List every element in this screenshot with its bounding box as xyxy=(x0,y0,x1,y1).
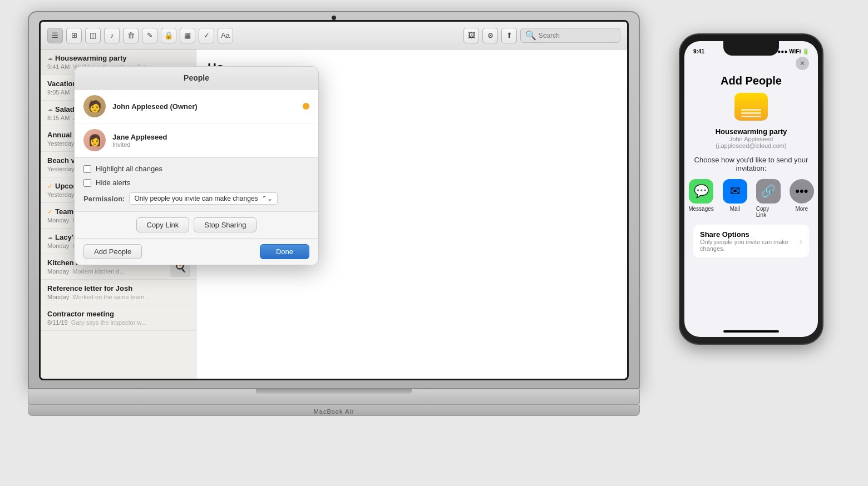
screen-bezel: ☰ ⊞ ◫ ♪ 🗑 ✎ 🔒 ▦ ✓ Aa 🖼 ⊗ ⬆ xyxy=(39,20,629,380)
toolbar-grid-btn[interactable]: ⊞ xyxy=(66,28,82,43)
messages-icon: 💬 xyxy=(689,179,713,204)
toolbar-sidebar-btn[interactable]: ◫ xyxy=(85,28,101,43)
note-meta: 8/11/19 Gary says the inspector w... xyxy=(47,319,189,326)
list-item[interactable]: Reference letter for Josh Monday Worked … xyxy=(41,280,196,305)
notes-line xyxy=(741,112,761,114)
cloud-icon: ☁ xyxy=(47,55,53,61)
done-button[interactable]: Done xyxy=(260,244,309,259)
note-meta: Monday Modern kitchen d... xyxy=(47,268,189,275)
person-info: John Appleseed (Owner) xyxy=(112,102,296,111)
hide-alerts-row[interactable]: Hide alerts xyxy=(83,178,309,187)
share-item-copy[interactable]: 🔗 Copy Link xyxy=(756,179,781,218)
highlight-changes-label: Highlight all changes xyxy=(96,165,162,173)
iphone-time: 9:41 xyxy=(693,48,704,54)
avatar-jane: 👩 xyxy=(83,129,106,151)
permission-label: Permission: xyxy=(83,195,125,203)
dialog-actions: Copy Link Stop Sharing xyxy=(75,212,318,239)
toolbar-table-btn[interactable]: ▦ xyxy=(180,28,195,43)
more-label: More xyxy=(795,206,808,212)
dialog-title: People xyxy=(75,67,318,90)
toolbar-share-btn[interactable]: ⊗ xyxy=(482,28,498,43)
person-info: Jane Appleseed Invited xyxy=(112,133,309,148)
toolbar-check-btn[interactable]: ✓ xyxy=(199,28,214,43)
note-meta: Monday Worked on the same team... xyxy=(47,294,189,300)
list-item[interactable]: Contractor meeting 8/11/19 Gary says the… xyxy=(41,305,196,331)
iphone-content: ✕ Add People Housewarming party John App… xyxy=(684,57,818,266)
notes-line xyxy=(741,109,761,111)
note-title: Reference letter for Josh xyxy=(47,284,132,292)
note-title: Housewarming party xyxy=(55,54,127,62)
permission-row: Permission: Only people you invite can m… xyxy=(83,192,309,205)
iphone-body: 9:41 ●●● WiFi 🔋 ✕ Add People Housewarm xyxy=(679,33,823,345)
share-options-left: Share Options Only people you invite can… xyxy=(700,230,800,252)
iphone-note-name: Housewarming party xyxy=(693,127,809,136)
share-item-more[interactable]: ••• More xyxy=(790,179,814,218)
toolbar-lock-btn[interactable]: 🔒 xyxy=(161,28,176,43)
stop-sharing-button[interactable]: Stop Sharing xyxy=(194,217,257,232)
permission-value: Only people you invite can make changes xyxy=(134,195,258,202)
hide-alerts-label: Hide alerts xyxy=(96,178,130,187)
iphone-screen: 9:41 ●●● WiFi 🔋 ✕ Add People Housewarm xyxy=(684,41,818,337)
share-item-messages[interactable]: 💬 Messages xyxy=(688,179,714,218)
share-options-title: Share Options xyxy=(700,230,800,239)
iphone-invite-text: Choose how you'd like to send your invit… xyxy=(693,156,809,172)
screen: ☰ ⊞ ◫ ♪ 🗑 ✎ 🔒 ▦ ✓ Aa 🖼 ⊗ ⬆ xyxy=(41,22,627,379)
iphone-close-button[interactable]: ✕ xyxy=(796,57,809,70)
hide-alerts-checkbox[interactable] xyxy=(83,179,91,187)
people-list: 🧑 John Appleseed (Owner) 👩 xyxy=(75,90,318,158)
iphone-share-options[interactable]: Share Options Only people you invite can… xyxy=(693,225,809,257)
share-item-mail[interactable]: ✉ Mail xyxy=(723,179,747,218)
toolbar-delete-btn[interactable]: 🗑 xyxy=(123,28,139,43)
iphone-title: Add People xyxy=(693,75,809,87)
dialog-footer: Add People Done xyxy=(75,239,318,265)
permission-selector[interactable]: Only people you invite can make changes … xyxy=(129,192,277,205)
mail-label: Mail xyxy=(730,206,740,212)
macbook-label: MacBook Air xyxy=(28,405,639,415)
notes-app: ☰ ⊞ ◫ ♪ 🗑 ✎ 🔒 ▦ ✓ Aa 🖼 ⊗ ⬆ xyxy=(41,22,627,379)
toolbar-format-btn[interactable]: Aa xyxy=(218,28,233,43)
macbook: ☰ ⊞ ◫ ♪ 🗑 ✎ 🔒 ▦ ✓ Aa 🖼 ⊗ ⬆ xyxy=(28,11,640,445)
iphone-note-owner: John Appleseed (j.appleseed@icloud.com) xyxy=(693,136,809,149)
search-icon: 🔍 xyxy=(525,30,536,41)
copy-link-icon: 🔗 xyxy=(756,179,781,204)
chevron-icon: ⌃⌄ xyxy=(262,195,273,202)
person-item: 👩 Jane Appleseed Invited xyxy=(75,123,318,157)
note-title: Contractor meeting xyxy=(47,310,114,318)
add-people-button[interactable]: Add People xyxy=(83,244,142,259)
online-indicator xyxy=(303,103,309,110)
iphone-home-bar[interactable] xyxy=(723,330,779,333)
chevron-right-icon: › xyxy=(800,237,802,246)
macbook-lid: ☰ ⊞ ◫ ♪ 🗑 ✎ 🔒 ▦ ✓ Aa 🖼 ⊗ ⬆ xyxy=(28,11,640,389)
people-dialog: People 🧑 John Appleseed (Owner) xyxy=(74,66,319,265)
person-name: Jane Appleseed xyxy=(112,133,309,141)
macbook-hinge xyxy=(256,389,412,394)
messages-label: Messages xyxy=(688,206,714,212)
toolbar-list-btn[interactable]: ☰ xyxy=(47,28,63,43)
highlight-changes-row[interactable]: Highlight all changes xyxy=(83,165,309,173)
iphone: 9:41 ●●● WiFi 🔋 ✕ Add People Housewarm xyxy=(679,33,823,345)
notes-app-icon xyxy=(734,93,768,121)
highlight-changes-checkbox[interactable] xyxy=(83,165,91,173)
search-input[interactable] xyxy=(539,32,611,39)
share-options-desc: Only people you invite can make changes. xyxy=(700,239,800,252)
avatar-john: 🧑 xyxy=(83,95,106,117)
check-icon: ✓ xyxy=(47,208,53,216)
toolbar-export-btn[interactable]: ⬆ xyxy=(501,28,517,43)
notes-toolbar: ☰ ⊞ ◫ ♪ 🗑 ✎ 🔒 ▦ ✓ Aa 🖼 ⊗ ⬆ xyxy=(41,22,627,49)
macbook-foot: MacBook Air xyxy=(28,405,640,416)
iphone-share-icons: 💬 Messages ✉ Mail 🔗 Copy Link ••• More xyxy=(693,179,809,218)
toolbar-compose-btn[interactable]: ✎ xyxy=(142,28,157,43)
macbook-base xyxy=(28,389,640,405)
dialog-options: Highlight all changes Hide alerts Permis… xyxy=(75,158,318,212)
person-name: John Appleseed (Owner) xyxy=(112,102,296,111)
search-box[interactable]: 🔍 xyxy=(520,28,620,43)
copy-link-label: Copy Link xyxy=(756,206,781,218)
mail-icon: ✉ xyxy=(723,179,747,204)
toolbar-attachments-btn[interactable]: ♪ xyxy=(104,28,120,43)
toolbar-photo-btn[interactable]: 🖼 xyxy=(463,28,479,43)
iphone-note-info: Housewarming party John Appleseed (j.app… xyxy=(693,127,809,149)
notes-lines xyxy=(741,109,761,117)
copy-link-button[interactable]: Copy Link xyxy=(136,217,190,232)
iphone-signal: ●●● WiFi 🔋 xyxy=(777,48,809,54)
notes-line xyxy=(741,116,761,117)
